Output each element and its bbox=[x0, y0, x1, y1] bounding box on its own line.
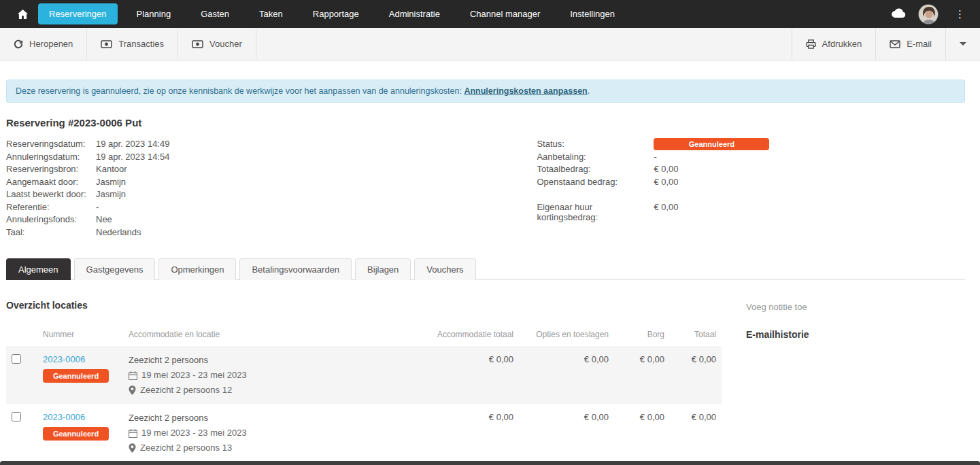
detail-tabs: Algemeen Gastgegevens Opmerkingen Betali… bbox=[6, 258, 965, 280]
notes-sidebar: Voeg notitie toe E-mailhistorie bbox=[746, 300, 809, 465]
row-status-badge: Geannuleerd bbox=[43, 369, 109, 383]
detail-label: Referentie: bbox=[6, 202, 96, 212]
detail-label: Status: bbox=[537, 139, 654, 149]
stay-dates: 19 mei 2023 - 23 mei 2023 bbox=[141, 370, 247, 381]
nav-item-taken[interactable]: Taken bbox=[248, 3, 294, 24]
detail-value: Jasmijn bbox=[96, 189, 126, 199]
detail-label: Annuleringsfonds: bbox=[6, 214, 96, 224]
unit-location: Zeezicht 2 persoons 13 bbox=[140, 443, 232, 453]
detail-label: Openstaand bedrag: bbox=[537, 177, 654, 187]
row-status-badge: Geannuleerd bbox=[43, 427, 109, 441]
col-header-acc-total: Accommodatie totaal bbox=[426, 327, 519, 346]
detail-label: Taal: bbox=[6, 227, 96, 237]
nav-item-gasten[interactable]: Gasten bbox=[190, 3, 240, 24]
detail-value: Jasmijn bbox=[96, 177, 126, 187]
cell-total: € 0,00 bbox=[670, 404, 722, 462]
nav-item-instellingen[interactable]: Instellingen bbox=[559, 3, 626, 24]
cell-deposit: € 0,00 bbox=[614, 404, 670, 462]
details-left-column: Reserveringsdatum:19 apr. 2023 14:49 Ann… bbox=[6, 139, 169, 239]
nav-item-administratie[interactable]: Administratie bbox=[378, 3, 451, 24]
cancellation-costs-link[interactable]: Annuleringskosten aanpassen bbox=[464, 86, 587, 96]
calendar-icon bbox=[129, 429, 137, 438]
banknote-icon bbox=[101, 40, 112, 48]
email-history-heading: E-mailhistorie bbox=[746, 329, 809, 340]
nav-item-channel-manager[interactable]: Channel manager bbox=[459, 3, 551, 24]
col-header-deposit: Borg bbox=[614, 327, 670, 346]
table-row: 2023-0006 Geannuleerd Zeezicht 2 persoon… bbox=[6, 404, 722, 462]
unit-location: Zeezicht 2 persoons 12 bbox=[140, 385, 232, 396]
tab-algemeen[interactable]: Algemeen bbox=[6, 258, 71, 280]
cell-options: € 0,00 bbox=[519, 346, 614, 404]
envelope-icon bbox=[890, 40, 900, 48]
tab-gastgegevens[interactable]: Gastgegevens bbox=[74, 258, 156, 280]
user-avatar[interactable] bbox=[918, 4, 939, 24]
table-row: 2023-0006 Geannuleerd Zeezicht 2 persoon… bbox=[6, 346, 722, 404]
detail-label: Laatst bewerkt door: bbox=[6, 189, 96, 199]
calendar-icon bbox=[129, 371, 137, 380]
reservation-number-link[interactable]: 2023-0006 bbox=[43, 354, 85, 364]
status-badge: Geannuleerd bbox=[654, 138, 769, 150]
detail-value: - bbox=[654, 152, 656, 162]
reservation-number-link[interactable]: 2023-0006 bbox=[43, 412, 85, 422]
action-toolbar: Heropenen Transacties Voucher Afdrukken … bbox=[0, 28, 980, 61]
cloud-icon[interactable] bbox=[892, 8, 906, 20]
location-pin-icon bbox=[129, 385, 136, 395]
detail-value: - bbox=[96, 202, 99, 212]
details-right-column: Status: Geannuleerd Aanbetaling:- Totaal… bbox=[537, 139, 769, 239]
banknote-icon bbox=[192, 40, 203, 48]
main-menu: Reserveringen Planning Gasten Taken Rapp… bbox=[34, 0, 630, 28]
print-button[interactable]: Afdrukken bbox=[792, 28, 876, 60]
tab-vouchers[interactable]: Vouchers bbox=[414, 258, 475, 280]
nav-item-planning[interactable]: Planning bbox=[126, 3, 182, 24]
tab-opmerkingen[interactable]: Opmerkingen bbox=[158, 258, 236, 280]
more-actions-dropdown[interactable] bbox=[945, 28, 980, 60]
section-title-locations: Overzicht locaties bbox=[6, 300, 722, 311]
col-header-accommodation: Accommodatie en locatie bbox=[123, 327, 426, 346]
locations-table: Nummer Accommodatie en locatie Accommoda… bbox=[6, 327, 722, 465]
col-header-number: Nummer bbox=[37, 327, 123, 346]
add-note-link[interactable]: Voeg notitie toe bbox=[746, 302, 809, 312]
detail-value: 19 apr. 2023 14:49 bbox=[96, 139, 169, 149]
detail-value: 19 apr. 2023 14:54 bbox=[96, 152, 169, 162]
voucher-button[interactable]: Voucher bbox=[178, 28, 256, 60]
stay-dates: 19 mei 2023 - 23 mei 2023 bbox=[141, 428, 247, 438]
nav-item-rapportage[interactable]: Rapportage bbox=[302, 3, 370, 24]
reservation-details: Reserveringsdatum:19 apr. 2023 14:49 Ann… bbox=[6, 139, 965, 239]
col-header-options: Opties en toeslagen bbox=[519, 327, 614, 346]
detail-label: Aangemaakt door: bbox=[6, 177, 96, 187]
home-icon[interactable] bbox=[11, 10, 34, 19]
tab-bijlagen[interactable]: Bijlagen bbox=[355, 258, 411, 280]
col-header-total: Totaal bbox=[670, 327, 722, 346]
reopen-button[interactable]: Heropenen bbox=[0, 28, 87, 60]
detail-value: Kantoor bbox=[96, 164, 127, 174]
tab-betalingsvoorwaarden[interactable]: Betalingsvoorwaarden bbox=[239, 258, 352, 280]
accommodation-name: Zeezicht 2 persoons bbox=[129, 354, 421, 366]
email-button[interactable]: E-mail bbox=[875, 28, 945, 60]
cancellation-alert: Deze reservering is geannuleerd, zie op … bbox=[6, 80, 965, 103]
detail-label: Annuleringsdatum: bbox=[6, 152, 96, 162]
detail-label: Aanbetaling: bbox=[537, 152, 654, 162]
bottom-panel-edge bbox=[0, 461, 980, 465]
cell-deposit: € 0,00 bbox=[614, 346, 670, 404]
detail-value: Nee bbox=[96, 214, 112, 224]
detail-label: Reserveringsbron: bbox=[6, 164, 96, 174]
nav-item-reserveringen[interactable]: Reserveringen bbox=[38, 3, 118, 24]
row-checkbox[interactable] bbox=[12, 354, 21, 364]
detail-value: € 0,00 bbox=[654, 164, 678, 174]
detail-value: € 0,00 bbox=[654, 202, 678, 212]
accommodation-name: Zeezicht 2 persoons bbox=[129, 412, 421, 424]
cell-acc-total: € 0,00 bbox=[426, 404, 519, 462]
refresh-icon bbox=[14, 39, 23, 49]
detail-label: Reserveringsdatum: bbox=[6, 139, 96, 149]
detail-label: Eigenaar huur kortingsbedrag: bbox=[537, 202, 654, 222]
chevron-down-icon bbox=[960, 42, 966, 46]
location-pin-icon bbox=[129, 443, 136, 453]
cell-acc-total: € 0,00 bbox=[426, 346, 519, 404]
more-options-icon[interactable]: ⋮ bbox=[951, 8, 969, 20]
printer-icon bbox=[806, 39, 816, 49]
detail-value: Nederlands bbox=[96, 227, 141, 237]
row-checkbox[interactable] bbox=[12, 412, 21, 421]
page-title: Reservering #2023-0006 Put bbox=[6, 117, 965, 128]
top-navbar: Reserveringen Planning Gasten Taken Rapp… bbox=[0, 0, 980, 28]
transactions-button[interactable]: Transacties bbox=[87, 28, 178, 60]
